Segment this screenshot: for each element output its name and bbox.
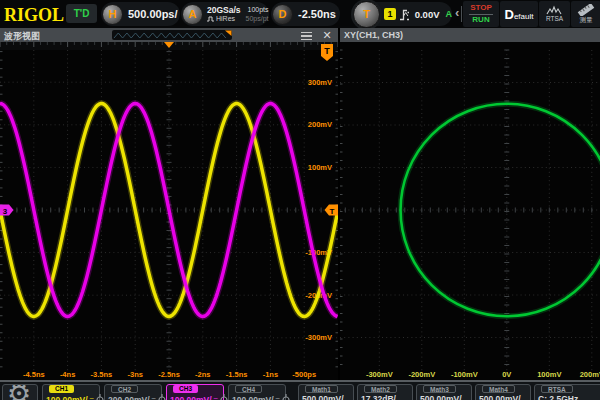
- bottom-status-bar: ⚙ CH1100.00mV/≡CH2200.00mV/≡CH3100.00mV/…: [0, 380, 600, 400]
- xy-x-axis-label: -100mV: [451, 370, 478, 379]
- x-axis-label: -2.5ns: [158, 370, 180, 379]
- trigger-group[interactable]: T 1 0.00V A: [352, 2, 452, 26]
- stop-label: STOP: [470, 4, 492, 12]
- rising-edge-icon: [399, 7, 409, 22]
- waveform-plot[interactable]: 300mV200mV100mV-100mV-200mV-300mV-4.5ns-…: [0, 42, 338, 380]
- rtsa-label: RTSA: [546, 16, 563, 23]
- math-box-math4-tab: Math4: [482, 385, 515, 393]
- oscilloscope-screen: RIGOL T'D H 500.00ps/ A 20GSa/s HiRes 10…: [0, 0, 600, 400]
- channel-box-ch1[interactable]: CH1100.00mV/≡: [42, 384, 100, 400]
- overview-marker: [225, 31, 232, 37]
- run-label: RUN: [472, 16, 489, 24]
- channel-box-ch4-probe-icon: [280, 394, 290, 400]
- measure-label: 测量: [580, 17, 593, 24]
- x-axis-label: -4ns: [60, 370, 75, 379]
- x-axis-label: -1.5ns: [226, 370, 248, 379]
- settings-box[interactable]: ⚙: [2, 384, 38, 400]
- x-axis-label: -500ps: [292, 370, 316, 379]
- horizontal-knob[interactable]: H: [102, 4, 123, 25]
- acquire-knob[interactable]: A: [182, 4, 203, 25]
- xy-x-axis-label: 0V: [502, 370, 511, 379]
- y-axis-label: -300mV: [305, 333, 332, 342]
- math-box-math3[interactable]: Math3500.00mV/: [416, 384, 472, 400]
- channel-box-ch1-probe-icon: [94, 394, 104, 400]
- delay-group[interactable]: D -2.50ns: [271, 2, 340, 26]
- math-box-math1[interactable]: Math1500.00mV/: [298, 384, 354, 400]
- channel-box-ch1-tab: CH1: [49, 385, 74, 393]
- rtsa-box[interactable]: RTSAC: 2.5GHz: [534, 384, 600, 400]
- waveform-panel-header: 波形视图 ✕: [0, 28, 338, 42]
- math-box-math4[interactable]: Math4500.00mV/: [475, 384, 531, 400]
- channel-box-ch3-tab: CH3: [173, 385, 198, 393]
- timebase-value: 500.00ps/: [128, 8, 178, 20]
- channel-box-ch4-tab: CH4: [235, 385, 262, 393]
- channel-box-ch4-value: 100.00mV/≡: [232, 394, 290, 400]
- trigger-level-value: 0.00V: [415, 9, 440, 20]
- waveform-overview-strip[interactable]: [112, 30, 232, 40]
- x-axis-label: -1ns: [263, 370, 278, 379]
- trigger-flag-label: T: [324, 46, 330, 56]
- math-box-math3-tab: Math3: [423, 385, 456, 393]
- toolbar-buttons: STOP RUN Default RTSA: [463, 0, 600, 28]
- y-axis-label: 100mV: [308, 163, 332, 172]
- math-box-math2[interactable]: Math217.32dB/: [357, 384, 413, 400]
- y-axis-label: 300mV: [308, 78, 332, 87]
- acquire-mode: HiRes: [207, 15, 241, 22]
- sample-rate: 20GSa/s: [207, 6, 241, 15]
- channel-box-ch2[interactable]: CH2200.00mV/≡: [104, 384, 162, 400]
- top-toolbar: RIGOL T'D H 500.00ps/ A 20GSa/s HiRes 10…: [0, 0, 600, 28]
- channel-box-ch1-value: 100.00mV/≡: [46, 394, 104, 400]
- trigger-mode: A: [446, 9, 453, 19]
- default-label: Default: [505, 7, 534, 22]
- math-box-math2-value: 17.32dB/: [361, 394, 396, 400]
- channel-box-ch3-probe-icon: [218, 394, 228, 400]
- memory-points: 100pts: [248, 6, 269, 13]
- rigol-logo: RIGOL: [4, 4, 64, 27]
- rtsa-box-tab: RTSA: [541, 385, 573, 393]
- delay-knob[interactable]: D: [272, 4, 293, 25]
- trigger-knob[interactable]: T: [353, 1, 380, 28]
- xy-x-axis-label: 200mV: [580, 370, 600, 379]
- horizontal-group[interactable]: H 500.00ps/: [101, 2, 180, 26]
- overview-waveform: [112, 30, 232, 40]
- trigger-level-label: T: [330, 207, 335, 216]
- math-box-math4-value: 500.00mV/: [479, 394, 521, 400]
- math-box-math1-tab: Math1: [305, 385, 338, 393]
- measure-button[interactable]: 测量: [571, 1, 600, 27]
- xy-panel-header: XY(CH1, CH3): [340, 28, 600, 42]
- toolbar-separator: [461, 6, 462, 22]
- xy-x-axis-label: -300mV: [366, 370, 393, 379]
- x-axis-label: -2ns: [195, 370, 210, 379]
- default-button[interactable]: Default: [500, 1, 538, 27]
- channel-box-ch4[interactable]: CH4100.00mV/≡: [228, 384, 286, 400]
- xy-panel-title: XY(CH1, CH3): [344, 30, 403, 40]
- delay-value: -2.50ns: [298, 8, 336, 20]
- main-area: 波形视图 ✕ XY(CH1, CH3) 300mV200mV100mV-100m…: [0, 28, 600, 380]
- x-axis-label: -4.5ns: [23, 370, 45, 379]
- trigger-status-badge: T'D: [66, 4, 97, 23]
- xy-x-axis-label: 100mV: [537, 370, 561, 379]
- gear-icon: ⚙: [7, 384, 31, 400]
- menu-icon[interactable]: [301, 32, 312, 41]
- collapse-arrow[interactable]: ‹: [455, 5, 459, 20]
- sample-resolution: 50ps/pt: [246, 15, 269, 22]
- channel-box-ch2-tab: CH2: [111, 385, 138, 393]
- channel-box-ch3-value: 100.00mV/≡: [170, 394, 228, 400]
- stop-run-button[interactable]: STOP RUN: [463, 1, 499, 27]
- xy-plot[interactable]: -300mV-200mV-100mV0V100mV200mV: [340, 42, 600, 380]
- spectrum-icon: [546, 5, 563, 15]
- acquire-group[interactable]: A 20GSa/s HiRes 100pts 50ps/pt: [181, 2, 269, 26]
- trigger-source-badge: 1: [384, 8, 396, 20]
- channel-box-ch3[interactable]: CH3100.00mV/≡: [166, 384, 224, 400]
- math-box-math2-tab: Math2: [364, 385, 397, 393]
- close-icon[interactable]: ✕: [320, 28, 334, 42]
- x-axis-label: -3ns: [127, 370, 142, 379]
- ruler-icon: [577, 4, 595, 16]
- xy-x-axis-label: -200mV: [408, 370, 435, 379]
- rtsa-button[interactable]: RTSA: [539, 1, 570, 27]
- math-box-math3-value: 500.00mV/: [420, 394, 462, 400]
- rtsa-box-value: C: 2.5GHz: [538, 394, 578, 400]
- math-box-math1-value: 500.00mV/: [302, 394, 344, 400]
- square-wave-icon: [207, 16, 215, 22]
- x-axis-label: -3.5ns: [91, 370, 113, 379]
